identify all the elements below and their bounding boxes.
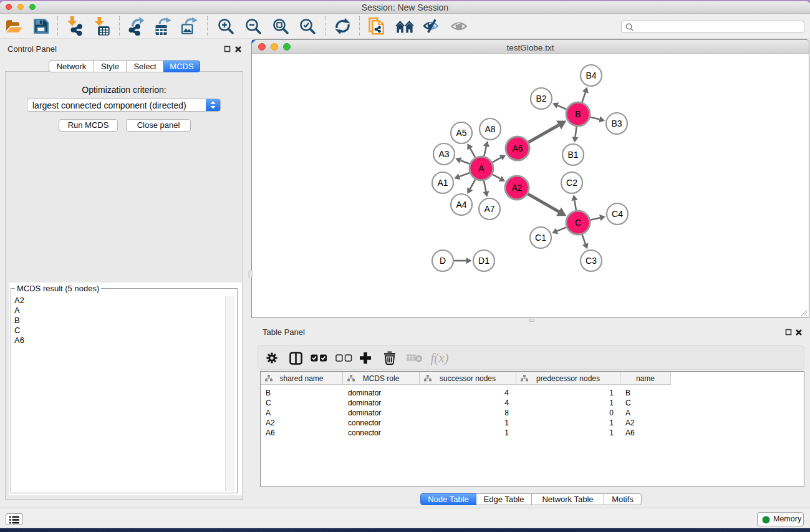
svg-text:A5: A5 [456, 128, 466, 138]
svg-text:D1: D1 [478, 256, 489, 266]
svg-text:B3: B3 [611, 118, 622, 128]
svg-text:C1: C1 [535, 233, 546, 243]
svg-text:A7: A7 [484, 204, 494, 214]
svg-text:A4: A4 [456, 200, 466, 210]
svg-text:C4: C4 [612, 209, 623, 219]
svg-text:A6: A6 [512, 143, 523, 153]
svg-text:A1: A1 [437, 178, 448, 188]
svg-text:A8: A8 [485, 124, 495, 134]
svg-text:A2: A2 [511, 183, 522, 193]
svg-text:A3: A3 [438, 149, 449, 159]
svg-text:C: C [575, 218, 581, 228]
svg-text:B: B [575, 109, 581, 119]
svg-text:B2: B2 [536, 94, 546, 104]
svg-text:C2: C2 [566, 178, 577, 188]
svg-text:D: D [440, 256, 446, 266]
svg-text:A: A [478, 163, 485, 173]
svg-text:B4: B4 [586, 70, 596, 80]
svg-text:C3: C3 [586, 256, 597, 266]
svg-text:B1: B1 [567, 150, 578, 160]
